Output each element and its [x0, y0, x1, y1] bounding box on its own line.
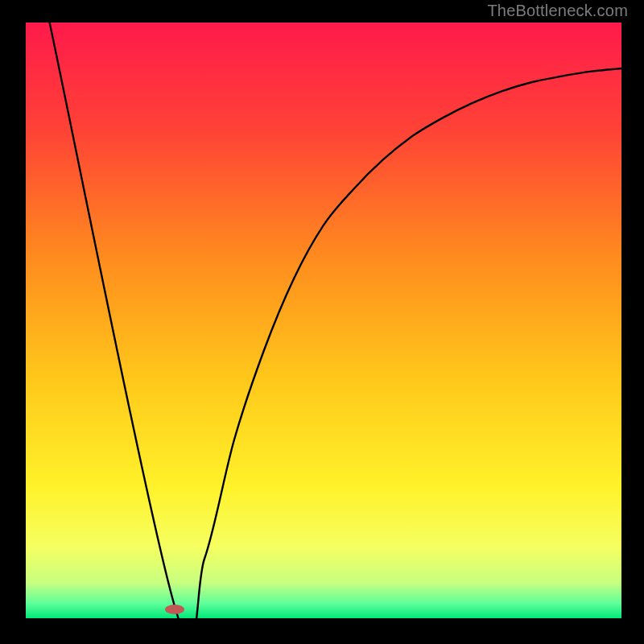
frame-border: [0, 618, 644, 644]
frame-border: [621, 0, 644, 644]
plot-background-gradient: [26, 23, 621, 618]
optimal-point-marker: [165, 605, 184, 614]
bottleneck-chart: [0, 0, 644, 644]
watermark-text: TheBottleneck.com: [487, 2, 628, 20]
frame-border: [0, 0, 26, 644]
